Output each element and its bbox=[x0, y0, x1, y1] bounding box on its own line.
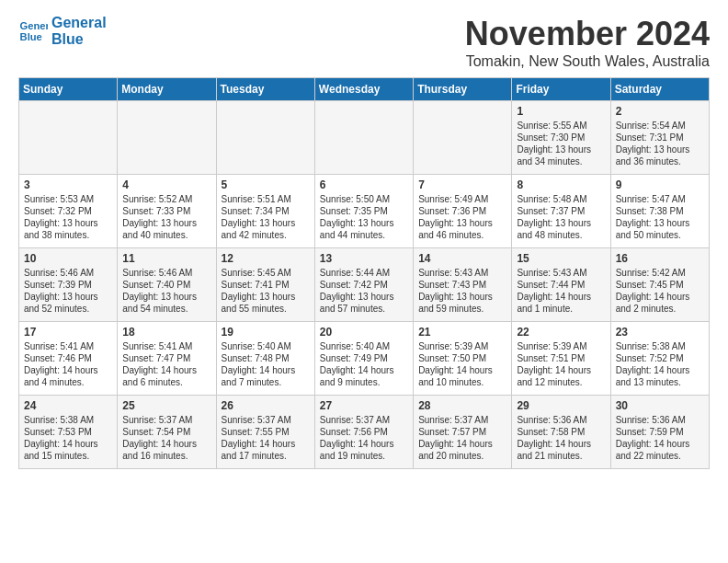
day-info: Sunset: 7:51 PM bbox=[517, 352, 605, 364]
day-number: 19 bbox=[222, 326, 310, 339]
day-number: 25 bbox=[122, 399, 210, 412]
day-info: Sunrise: 5:53 AM bbox=[24, 193, 112, 205]
logo-line1: General bbox=[51, 15, 107, 31]
day-number: 5 bbox=[222, 178, 310, 191]
calendar-cell: 12Sunrise: 5:45 AMSunset: 7:41 PMDayligh… bbox=[216, 248, 314, 322]
calendar-cell: 15Sunrise: 5:43 AMSunset: 7:44 PMDayligh… bbox=[512, 248, 610, 322]
calendar-cell: 16Sunrise: 5:42 AMSunset: 7:45 PMDayligh… bbox=[610, 248, 709, 322]
calendar-cell: 30Sunrise: 5:36 AMSunset: 7:59 PMDayligh… bbox=[610, 396, 709, 469]
day-info: Sunset: 7:53 PM bbox=[24, 426, 112, 438]
day-info: Daylight: 13 hours and 34 minutes. bbox=[517, 144, 605, 167]
calendar-cell: 4Sunrise: 5:52 AMSunset: 7:33 PMDaylight… bbox=[118, 175, 216, 248]
day-number: 23 bbox=[616, 326, 704, 339]
day-number: 13 bbox=[320, 252, 408, 265]
day-info: Daylight: 14 hours and 21 minutes. bbox=[517, 438, 605, 462]
day-info: Sunset: 7:50 PM bbox=[418, 352, 506, 364]
day-info: Daylight: 13 hours and 57 minutes. bbox=[320, 291, 408, 315]
day-number: 20 bbox=[320, 326, 408, 339]
day-info: Daylight: 14 hours and 4 minutes. bbox=[24, 364, 112, 388]
day-info: Daylight: 14 hours and 6 minutes. bbox=[122, 364, 210, 388]
weekday-header-sunday: Sunday bbox=[19, 78, 118, 101]
day-info: Sunset: 7:44 PM bbox=[517, 279, 605, 291]
day-info: Daylight: 14 hours and 22 minutes. bbox=[616, 438, 704, 462]
calendar-cell: 24Sunrise: 5:38 AMSunset: 7:53 PMDayligh… bbox=[19, 396, 118, 469]
day-info: Daylight: 13 hours and 48 minutes. bbox=[517, 217, 605, 241]
calendar-week-1: 1Sunrise: 5:55 AMSunset: 7:30 PMDaylight… bbox=[19, 101, 710, 175]
day-number: 27 bbox=[320, 399, 408, 412]
calendar-cell bbox=[314, 101, 413, 175]
day-number: 21 bbox=[418, 326, 506, 339]
calendar-header-row: SundayMondayTuesdayWednesdayThursdayFrid… bbox=[19, 78, 710, 101]
calendar-cell: 25Sunrise: 5:37 AMSunset: 7:54 PMDayligh… bbox=[118, 396, 216, 469]
day-number: 16 bbox=[616, 252, 704, 265]
day-info: Sunrise: 5:37 AM bbox=[222, 414, 310, 426]
day-info: Sunrise: 5:36 AM bbox=[616, 414, 704, 426]
weekday-header-saturday: Saturday bbox=[610, 78, 709, 101]
calendar-cell: 21Sunrise: 5:39 AMSunset: 7:50 PMDayligh… bbox=[414, 322, 512, 396]
day-info: Sunrise: 5:50 AM bbox=[320, 193, 408, 205]
weekday-header-wednesday: Wednesday bbox=[314, 78, 413, 101]
calendar-cell: 9Sunrise: 5:47 AMSunset: 7:38 PMDaylight… bbox=[610, 175, 709, 248]
day-info: Sunrise: 5:44 AM bbox=[320, 267, 408, 279]
day-number: 3 bbox=[24, 178, 112, 191]
calendar-cell bbox=[414, 101, 512, 175]
calendar-cell: 26Sunrise: 5:37 AMSunset: 7:55 PMDayligh… bbox=[216, 396, 314, 469]
day-info: Daylight: 14 hours and 9 minutes. bbox=[320, 364, 408, 388]
day-info: Sunrise: 5:39 AM bbox=[517, 340, 605, 352]
day-info: Sunrise: 5:40 AM bbox=[222, 340, 310, 352]
day-info: Sunrise: 5:52 AM bbox=[122, 193, 210, 205]
day-info: Sunset: 7:36 PM bbox=[418, 205, 506, 217]
day-number: 17 bbox=[24, 326, 112, 339]
day-number: 26 bbox=[222, 399, 310, 412]
day-info: Sunrise: 5:41 AM bbox=[24, 340, 112, 352]
logo-line2: Blue bbox=[51, 31, 107, 48]
day-info: Sunset: 7:38 PM bbox=[616, 205, 704, 217]
day-info: Daylight: 13 hours and 46 minutes. bbox=[418, 217, 506, 241]
day-info: Sunset: 7:58 PM bbox=[517, 426, 605, 438]
day-info: Daylight: 13 hours and 52 minutes. bbox=[24, 291, 112, 315]
calendar-cell: 1Sunrise: 5:55 AMSunset: 7:30 PMDaylight… bbox=[512, 101, 610, 175]
day-number: 18 bbox=[122, 326, 210, 339]
day-number: 24 bbox=[24, 399, 112, 412]
day-info: Sunset: 7:56 PM bbox=[320, 426, 408, 438]
logo: General Blue General Blue bbox=[18, 15, 107, 48]
day-info: Sunrise: 5:39 AM bbox=[418, 340, 506, 352]
weekday-header-monday: Monday bbox=[118, 78, 216, 101]
day-info: Sunrise: 5:37 AM bbox=[418, 414, 506, 426]
calendar-week-2: 3Sunrise: 5:53 AMSunset: 7:32 PMDaylight… bbox=[19, 175, 710, 248]
day-info: Sunrise: 5:37 AM bbox=[320, 414, 408, 426]
calendar-week-4: 17Sunrise: 5:41 AMSunset: 7:46 PMDayligh… bbox=[19, 322, 710, 396]
day-info: Daylight: 14 hours and 12 minutes. bbox=[517, 364, 605, 388]
location-title: Tomakin, New South Wales, Australia bbox=[465, 53, 710, 70]
day-info: Sunrise: 5:46 AM bbox=[24, 267, 112, 279]
day-info: Sunset: 7:55 PM bbox=[222, 426, 310, 438]
day-number: 6 bbox=[320, 178, 408, 191]
day-info: Sunrise: 5:47 AM bbox=[616, 193, 704, 205]
calendar-cell: 6Sunrise: 5:50 AMSunset: 7:35 PMDaylight… bbox=[314, 175, 413, 248]
day-info: Daylight: 14 hours and 13 minutes. bbox=[616, 364, 704, 388]
calendar-cell: 13Sunrise: 5:44 AMSunset: 7:42 PMDayligh… bbox=[314, 248, 413, 322]
day-number: 10 bbox=[24, 252, 112, 265]
day-info: Sunrise: 5:36 AM bbox=[517, 414, 605, 426]
calendar-cell: 18Sunrise: 5:41 AMSunset: 7:47 PMDayligh… bbox=[118, 322, 216, 396]
day-number: 2 bbox=[616, 105, 704, 118]
day-info: Sunrise: 5:43 AM bbox=[517, 267, 605, 279]
day-info: Sunset: 7:41 PM bbox=[222, 279, 310, 291]
day-info: Daylight: 13 hours and 42 minutes. bbox=[222, 217, 310, 241]
day-number: 14 bbox=[418, 252, 506, 265]
day-info: Sunrise: 5:49 AM bbox=[418, 193, 506, 205]
day-info: Sunrise: 5:38 AM bbox=[24, 414, 112, 426]
calendar-week-5: 24Sunrise: 5:38 AMSunset: 7:53 PMDayligh… bbox=[19, 396, 710, 469]
day-number: 9 bbox=[616, 178, 704, 191]
day-info: Sunrise: 5:37 AM bbox=[122, 414, 210, 426]
day-info: Daylight: 14 hours and 17 minutes. bbox=[222, 438, 310, 462]
day-info: Sunset: 7:59 PM bbox=[616, 426, 704, 438]
day-info: Sunset: 7:33 PM bbox=[122, 205, 210, 217]
calendar-cell: 19Sunrise: 5:40 AMSunset: 7:48 PMDayligh… bbox=[216, 322, 314, 396]
day-info: Sunset: 7:32 PM bbox=[24, 205, 112, 217]
day-number: 29 bbox=[517, 399, 605, 412]
page-header: General Blue General Blue November 2024 … bbox=[18, 15, 710, 70]
day-info: Sunset: 7:47 PM bbox=[122, 352, 210, 364]
day-number: 4 bbox=[122, 178, 210, 191]
day-info: Daylight: 13 hours and 55 minutes. bbox=[222, 291, 310, 315]
